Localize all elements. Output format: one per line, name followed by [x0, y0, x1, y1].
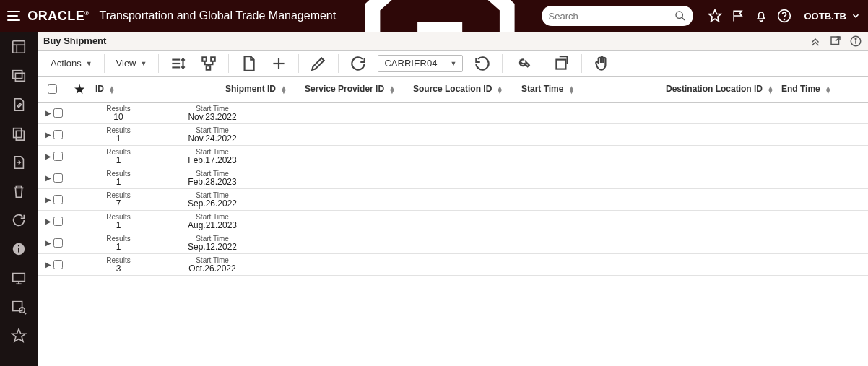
view-label: View	[116, 58, 136, 69]
rail-doc-edit-icon[interactable]	[11, 97, 27, 113]
search-input[interactable]	[549, 11, 670, 22]
toolbar-divider	[228, 54, 229, 73]
expand-toggle-icon[interactable]: ▶	[38, 196, 53, 204]
menu-hamburger-button[interactable]	[7, 8, 20, 24]
global-search[interactable]	[542, 6, 693, 26]
column-end-time[interactable]: End Time ▲▼	[778, 84, 865, 94]
row-checkbox[interactable]	[53, 130, 63, 139]
table-row[interactable]: ▶Results1Start TimeFeb.17.2023	[38, 146, 868, 167]
row-start-time-value: Aug.21.2023	[162, 221, 263, 230]
caret-down-icon: ▼	[141, 60, 147, 67]
popout-icon[interactable]	[829, 35, 842, 48]
help-icon[interactable]	[777, 9, 791, 23]
row-checkbox[interactable]	[53, 108, 63, 118]
sort-icon: ▲▼	[496, 86, 503, 93]
column-destination-location-id[interactable]: Destination Location ID ▲▼	[663, 84, 778, 94]
results-toolbar: Actions ▼ View ▼ CARRIER04 ▼	[38, 51, 868, 77]
column-start-time[interactable]: Start Time ▲▼	[518, 84, 663, 94]
row-checkbox[interactable]	[53, 195, 63, 204]
column-label: Source Location ID	[413, 84, 492, 94]
rail-copy-icon[interactable]	[11, 126, 27, 141]
row-start-time-cell: Start TimeFeb.28.2023	[162, 170, 263, 187]
select-all-checkbox[interactable]	[48, 84, 57, 94]
row-results-value: 1	[75, 134, 162, 144]
row-results-value: 3	[75, 264, 162, 274]
expand-toggle-icon[interactable]: ▶	[38, 217, 53, 225]
format-columns-icon[interactable]	[169, 54, 188, 73]
column-source-location-id[interactable]: Source Location ID ▲▼	[410, 84, 518, 94]
expand-toggle-icon[interactable]: ▶	[38, 109, 53, 117]
wrench-icon[interactable]	[513, 54, 531, 73]
svg-rect-10	[14, 128, 22, 138]
rail-star-icon[interactable]	[11, 328, 27, 344]
column-label: Destination Location ID	[666, 84, 763, 94]
search-icon[interactable]	[674, 10, 686, 22]
flag-icon[interactable]	[731, 9, 745, 23]
rail-query-icon[interactable]	[11, 299, 27, 315]
edit-pencil-icon[interactable]	[309, 54, 328, 73]
refresh-icon[interactable]	[349, 54, 368, 73]
favorite-star-icon[interactable]	[708, 9, 722, 23]
row-start-time-cell: Start TimeNov.23.2022	[162, 105, 263, 122]
table-row[interactable]: ▶Results1Start TimeAug.21.2023	[38, 211, 868, 232]
collapse-icon[interactable]	[809, 35, 822, 48]
rail-trash-icon[interactable]	[11, 183, 27, 199]
table-row[interactable]: ▶Results1Start TimeNov.24.2022	[38, 124, 868, 146]
new-doc-icon[interactable]	[239, 54, 258, 73]
row-checkbox[interactable]	[53, 173, 63, 183]
svg-rect-9	[15, 73, 25, 81]
expand-toggle-icon[interactable]: ▶	[38, 261, 53, 269]
row-checkbox[interactable]	[53, 152, 63, 161]
add-icon[interactable]	[269, 54, 288, 73]
svg-line-20	[24, 312, 26, 314]
row-checkbox-cell	[53, 195, 75, 204]
column-service-provider-id[interactable]: Service Provider ID ▲▼	[302, 84, 410, 94]
actions-label: Actions	[51, 58, 82, 69]
rail-refresh-icon[interactable]	[11, 212, 27, 228]
carrier-select[interactable]: CARRIER04 ▼	[378, 55, 463, 72]
page-title: Buy Shipment	[43, 35, 106, 46]
row-results-label: Results	[75, 256, 162, 264]
row-start-time-value: Sep.12.2022	[162, 243, 263, 252]
row-results-value: 7	[75, 199, 162, 209]
rail-monitor-icon[interactable]	[11, 270, 27, 286]
row-checkbox-cell	[53, 152, 75, 161]
svg-rect-8	[13, 71, 22, 79]
view-menu[interactable]: View ▼	[109, 55, 155, 71]
row-results-value: 1	[75, 156, 162, 165]
expand-toggle-icon[interactable]: ▶	[38, 131, 53, 139]
table-row[interactable]: ▶Results3Start TimeOct.26.2022	[38, 254, 868, 276]
user-menu[interactable]: OOTB.TB	[804, 11, 862, 22]
row-checkbox[interactable]	[53, 217, 63, 226]
rail-export-icon[interactable]	[11, 154, 27, 170]
tree-icon[interactable]	[199, 54, 218, 73]
table-row[interactable]: ▶Results10Start TimeNov.23.2022	[38, 103, 868, 124]
hand-pan-icon[interactable]	[592, 54, 611, 73]
row-results-label: Results	[75, 213, 162, 221]
column-shipment-id[interactable]: Shipment ID ▲▼	[222, 84, 302, 94]
table-row[interactable]: ▶Results7Start TimeSep.26.2022	[38, 189, 868, 211]
expand-toggle-icon[interactable]: ▶	[38, 152, 53, 160]
actions-menu[interactable]: Actions ▼	[43, 55, 100, 71]
table-row[interactable]: ▶Results1Start TimeSep.12.2022	[38, 232, 868, 254]
expand-toggle-icon[interactable]: ▶	[38, 239, 53, 247]
svg-rect-5	[13, 41, 25, 53]
favorite-column-header[interactable]: ★	[66, 82, 92, 96]
rail-dashboard-icon[interactable]	[11, 39, 27, 55]
bell-icon[interactable]	[754, 9, 768, 23]
row-start-time-value: Feb.17.2023	[162, 156, 263, 165]
reload-icon[interactable]	[473, 54, 492, 73]
svg-rect-11	[16, 131, 24, 140]
svg-marker-21	[12, 329, 25, 341]
row-checkbox[interactable]	[53, 238, 63, 248]
row-results-label: Results	[75, 191, 162, 199]
expand-toggle-icon[interactable]: ▶	[38, 174, 53, 182]
table-row[interactable]: ▶Results1Start TimeFeb.28.2023	[38, 167, 868, 189]
column-id[interactable]: ID ▲▼	[92, 84, 222, 94]
svg-rect-36	[557, 59, 566, 69]
info-icon[interactable]	[849, 35, 862, 48]
rail-info-icon[interactable]	[11, 241, 27, 257]
row-checkbox[interactable]	[53, 260, 63, 269]
detach-icon[interactable]	[552, 54, 571, 73]
rail-layers-icon[interactable]	[11, 68, 27, 84]
